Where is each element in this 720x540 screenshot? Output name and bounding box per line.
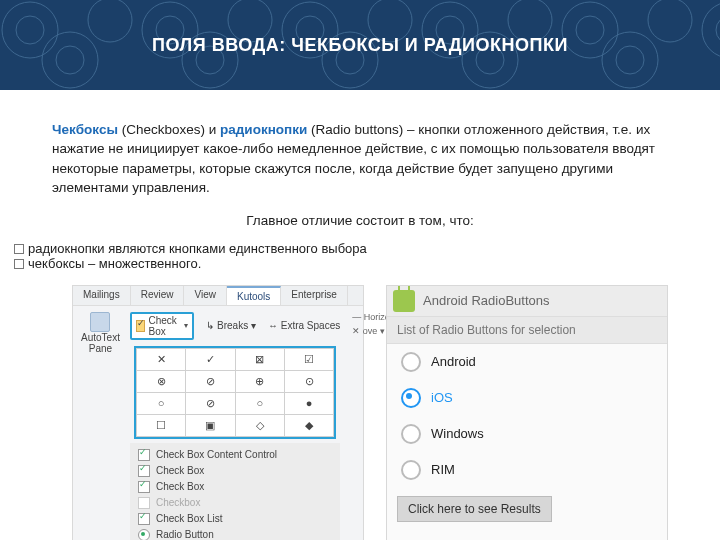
checkbox-style-grid: ✕✓⊠☑ ⊗⊘⊕⊙ ○⊘○● ☐▣◇◆	[134, 346, 336, 439]
highlight-checkboxes: Чекбоксы	[52, 122, 118, 137]
tab-kutools[interactable]: Kutools	[227, 286, 281, 305]
list-item[interactable]: Radio Button	[130, 527, 340, 540]
list-item[interactable]: Check Box	[130, 463, 340, 479]
grid-cell[interactable]: ⊙	[284, 370, 333, 392]
word-tabs: Mailings Review View Kutools Enterprise	[73, 286, 363, 306]
radio-icon	[138, 529, 150, 540]
word-ribbon: AutoText Pane Check Box ▾ ↳ Breaks ▾ ↔ E…	[73, 306, 363, 540]
radio-icon	[401, 424, 421, 444]
illustrations-row: Mailings Review View Kutools Enterprise …	[72, 285, 668, 540]
tab-review[interactable]: Review	[131, 286, 185, 305]
grid-cell[interactable]: ☐	[136, 414, 185, 436]
grid-cell[interactable]: ✓	[186, 348, 235, 370]
radio-icon	[401, 460, 421, 480]
tab-view[interactable]: View	[184, 286, 227, 305]
grid-cell[interactable]: ☑	[284, 348, 333, 370]
grid-cell[interactable]: ▣	[186, 414, 235, 436]
grid-cell[interactable]: ⊠	[235, 348, 284, 370]
grid-cell[interactable]: ◆	[284, 414, 333, 436]
bullet-list: радиокнопки являются кнопками единственн…	[14, 241, 668, 271]
grid-cell[interactable]: ○	[136, 392, 185, 414]
chevron-down-icon: ▾	[184, 321, 188, 330]
checkbox-icon	[136, 320, 145, 332]
content: Чекбоксы (Checkboxes) и радиокнопки (Rad…	[0, 90, 720, 540]
tab-enterprise[interactable]: Enterprise	[281, 286, 348, 305]
bullet-item: чекбоксы – множественного.	[14, 256, 668, 271]
breaks-option[interactable]: ↳ Breaks ▾	[200, 318, 256, 333]
highlight-radiobuttons: радиокнопки	[220, 122, 307, 137]
radio-option-windows[interactable]: Windows	[387, 416, 667, 452]
word-checkbox-screenshot: Mailings Review View Kutools Enterprise …	[72, 285, 364, 540]
lead-line: Главное отличие состоит в том, что:	[52, 211, 668, 231]
grid-cell[interactable]: ◇	[235, 414, 284, 436]
checkbox-dropdown[interactable]: Check Box ▾	[130, 312, 194, 340]
radio-icon	[401, 352, 421, 372]
radio-option-ios[interactable]: iOS	[387, 380, 667, 416]
grid-cell[interactable]: ⊘	[186, 392, 235, 414]
android-header: Android RadioButtons	[387, 286, 667, 317]
android-radio-screenshot: Android RadioButtons List of Radio Butto…	[386, 285, 668, 540]
list-item[interactable]: Check Box	[130, 479, 340, 495]
android-logo-icon	[393, 290, 415, 312]
tab-mailings[interactable]: Mailings	[73, 286, 131, 305]
autotext-icon	[90, 312, 110, 332]
title-band: ПОЛЯ ВВОДА: ЧЕКБОКСЫ И РАДИОКНОПКИ	[0, 0, 720, 90]
list-item[interactable]: Checkbox	[130, 495, 340, 511]
intro-paragraph: Чекбоксы (Checkboxes) и радиокнопки (Rad…	[52, 120, 668, 198]
grid-cell[interactable]: ⊗	[136, 370, 185, 392]
list-item[interactable]: Check Box List	[130, 511, 340, 527]
radio-option-rim[interactable]: RIM	[387, 452, 667, 488]
radio-icon	[401, 388, 421, 408]
extra-spaces-option[interactable]: ↔ Extra Spaces	[262, 318, 340, 333]
radio-option-android[interactable]: Android	[387, 344, 667, 380]
list-item[interactable]: Check Box Content Control	[130, 447, 340, 463]
checkbox-type-list: Check Box Content Control Check Box Chec…	[130, 443, 340, 540]
grid-cell[interactable]: ○	[235, 392, 284, 414]
autotext-pane-button[interactable]: AutoText Pane	[77, 310, 124, 356]
grid-cell[interactable]: ⊕	[235, 370, 284, 392]
android-subtitle: List of Radio Buttons for selection	[387, 317, 667, 344]
grid-cell[interactable]: ⊘	[186, 370, 235, 392]
bullet-item: радиокнопки являются кнопками единственн…	[14, 241, 668, 256]
android-title: Android RadioButtons	[423, 293, 549, 308]
grid-cell[interactable]: ✕	[136, 348, 185, 370]
grid-cell[interactable]: ●	[284, 392, 333, 414]
see-results-button[interactable]: Click here to see Results	[397, 496, 552, 522]
page-title: ПОЛЯ ВВОДА: ЧЕКБОКСЫ И РАДИОКНОПКИ	[152, 33, 568, 57]
